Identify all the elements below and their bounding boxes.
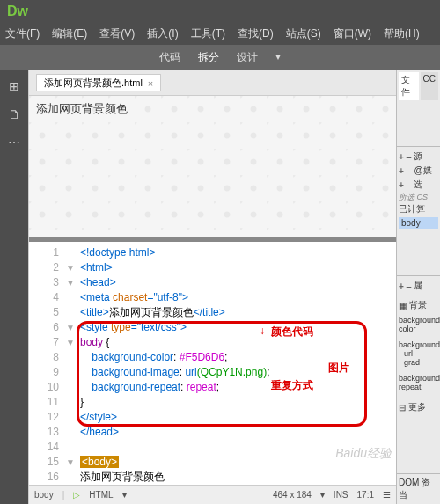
panel-attrs[interactable]: 属 (414, 280, 422, 292)
selector-body[interactable]: body (399, 217, 438, 229)
panel-media[interactable]: @媒 (414, 164, 431, 177)
tool-expand-icon[interactable]: ⊞ (5, 77, 23, 95)
view-dropdown-icon[interactable]: ▾ (275, 50, 281, 65)
panel-computed[interactable]: 已计算 (399, 203, 438, 215)
app-logo: Dw (7, 4, 28, 19)
panel-res[interactable]: 资 (422, 478, 430, 487)
tool-file-icon[interactable]: 🗋 (5, 106, 23, 123)
right-panels: 文件 CC +–源 +–@媒 +–选 所选 CS 已计算 body +–属 ▦背… (396, 70, 440, 504)
menu-window[interactable]: 窗口(W) (334, 26, 371, 41)
titlebar: Dw (0, 0, 440, 23)
panel-more[interactable]: 更多 (408, 401, 426, 413)
tab-label: 添加网页背景颜色.html (44, 77, 143, 90)
prop-bgrepeat[interactable]: background-repeat (399, 374, 438, 391)
menu-edit[interactable]: 编辑(E) (52, 26, 87, 41)
design-preview[interactable]: 添加网页背景颜色 (29, 96, 396, 237)
preview-text: 添加网页背景颜色 (36, 101, 128, 117)
status-bar: body | ▷ HTML ▾ 464 x 184 ▾ INS 17:1 ☰ (29, 485, 396, 504)
menubar: 文件(F) 编辑(E) 查看(V) 插入(I) 工具(T) 查找(D) 站点(S… (0, 23, 440, 45)
menu-site[interactable]: 站点(S) (286, 26, 321, 41)
panel-selectors[interactable]: 选 (414, 179, 422, 191)
prop-url: url (404, 349, 438, 358)
view-code[interactable]: 代码 (159, 50, 180, 65)
status-encoding-icon[interactable]: ☰ (383, 490, 391, 500)
preview-pattern (29, 96, 396, 237)
status-play-icon[interactable]: ▷ (73, 490, 80, 500)
status-dimensions[interactable]: 464 x 184 (273, 490, 312, 500)
tool-more-icon[interactable]: ⋯ (5, 134, 23, 151)
prop-bgimg[interactable]: background (399, 340, 438, 349)
menu-view[interactable]: 查看(V) (99, 26, 135, 41)
close-tab-icon[interactable]: × (148, 78, 153, 89)
status-ins: INS (334, 490, 348, 500)
code-editor[interactable]: 1<!doctype html> 2▼<html> 3▼<head> 4<met… (29, 242, 396, 485)
panel-bg[interactable]: 背景 (409, 299, 427, 311)
menu-find[interactable]: 查找(D) (238, 26, 274, 41)
menu-insert[interactable]: 插入(I) (147, 26, 178, 41)
panel-tab-file[interactable]: 文件 (399, 72, 419, 100)
menu-file[interactable]: 文件(F) (5, 26, 40, 41)
left-toolbar: ⊞ 🗋 ⋯ (0, 70, 28, 504)
status-lang[interactable]: HTML (89, 490, 113, 500)
status-position: 17:1 (357, 490, 374, 500)
panel-tab-cc[interactable]: CC (421, 72, 438, 100)
document-tabs: 添加网页背景颜色.html × (29, 70, 396, 96)
prop-grad: grad (404, 358, 438, 367)
panel-dom[interactable]: DOM (399, 478, 419, 487)
status-path[interactable]: body (34, 490, 54, 500)
panel-curr[interactable]: 当 (399, 490, 407, 500)
panel-sources[interactable]: 源 (414, 150, 422, 163)
view-design[interactable]: 设计 (237, 50, 258, 65)
view-mode-bar: 代码 拆分 设计 ▾ (0, 45, 440, 70)
document-tab[interactable]: 添加网页背景颜色.html × (36, 74, 161, 91)
menu-tools[interactable]: 工具(T) (191, 26, 225, 41)
prop-bgcolor[interactable]: background-color (399, 316, 438, 333)
menu-help[interactable]: 帮助(H) (384, 26, 420, 41)
view-split[interactable]: 拆分 (198, 50, 219, 65)
